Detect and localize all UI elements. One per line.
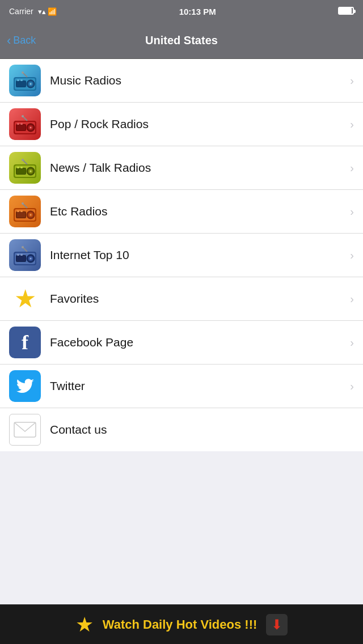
svg-rect-29 [17,167,19,168]
chevron-icon: › [350,162,354,175]
chevron-icon: › [350,74,354,87]
svg-rect-52 [20,254,23,256]
etc-radios-icon [9,196,41,227]
back-label: Back [13,35,36,46]
svg-point-43 [22,202,24,205]
list-item-etc-radios[interactable]: Etc Radios › [0,190,363,234]
status-bar: Carrier ▾▴ 📶 10:13 PM [0,0,363,23]
chevron-icon: › [350,380,354,393]
svg-point-26 [30,171,32,172]
favorites-icon: ★ [9,283,41,315]
svg-rect-40 [17,210,19,212]
news-talk-radios-icon [9,152,41,184]
star-icon: ★ [14,286,36,311]
etc-radios-label: Etc Radios [50,205,350,218]
twitter-label: Twitter [50,379,350,393]
chevron-icon: › [350,249,354,262]
chevron-icon: › [350,205,354,218]
banner-star-icon: ★ [75,613,94,637]
svg-point-32 [22,159,24,161]
svg-point-48 [30,258,32,260]
svg-point-10 [22,71,24,74]
svg-rect-6 [16,81,26,87]
favorites-label: Favorites [50,292,350,306]
svg-rect-39 [16,212,26,218]
menu-list: Music Radios › Pop / Rock Radios › [0,59,363,451]
chevron-icon: › [350,336,354,349]
internet-top10-icon [9,239,41,271]
back-chevron-icon: ‹ [7,35,11,47]
mail-icon [9,414,41,446]
list-item-contact[interactable]: Contact us [0,408,363,451]
time-label: 10:13 PM [179,7,216,16]
music-radios-icon [9,65,41,96]
chevron-icon: › [350,293,354,306]
facebook-icon: f [9,327,41,358]
banner-text: Watch Daily Hot Videos !!! [103,617,258,632]
facebook-label: Facebook Page [50,336,350,349]
page-title: United States [145,34,218,47]
back-button[interactable]: ‹ Back [7,35,36,47]
wifi-icon: ▾▴ 📶 [38,7,57,16]
status-left: Carrier ▾▴ 📶 [9,7,57,16]
pop-rock-radios-icon [9,108,41,140]
svg-rect-8 [20,79,23,81]
download-arrow-icon: ⬇ [271,617,282,633]
carrier-label: Carrier [9,7,33,16]
contact-label: Contact us [50,423,354,437]
list-item-internet-top-10[interactable]: Internet Top 10 › [0,234,363,277]
battery-indicator [338,7,354,16]
download-button[interactable]: ⬇ [266,614,288,635]
svg-rect-17 [16,125,26,130]
svg-rect-19 [20,123,23,125]
svg-point-21 [22,115,24,117]
nav-bar: ‹ Back United States [0,23,363,59]
list-item-favorites[interactable]: ★ Favorites › [0,277,363,321]
svg-rect-28 [16,168,26,174]
twitter-icon [9,370,41,402]
svg-rect-41 [20,210,23,212]
list-item-pop-rock-radios[interactable]: Pop / Rock Radios › [0,103,363,146]
list-item-twitter[interactable]: Twitter › [0,365,363,408]
svg-point-4 [30,83,32,85]
chevron-icon: › [350,118,354,131]
list-item-facebook[interactable]: f Facebook Page › [0,321,363,365]
svg-rect-51 [17,254,19,256]
svg-rect-7 [17,79,19,81]
list-item-news-talk-radios[interactable]: News / Talk Radios › [0,146,363,190]
list-item-music-radios[interactable]: Music Radios › [0,59,363,103]
svg-rect-30 [20,167,23,168]
svg-point-54 [22,246,24,248]
svg-point-37 [30,214,32,216]
svg-point-15 [30,127,32,129]
svg-rect-18 [17,123,19,125]
internet-top10-label: Internet Top 10 [50,248,350,262]
svg-rect-50 [16,256,26,261]
music-radios-label: Music Radios [50,74,350,87]
bottom-banner[interactable]: ★ Watch Daily Hot Videos !!! ⬇ [0,604,363,644]
pop-rock-radios-label: Pop / Rock Radios [50,117,350,131]
news-talk-radios-label: News / Talk Radios [50,161,350,175]
